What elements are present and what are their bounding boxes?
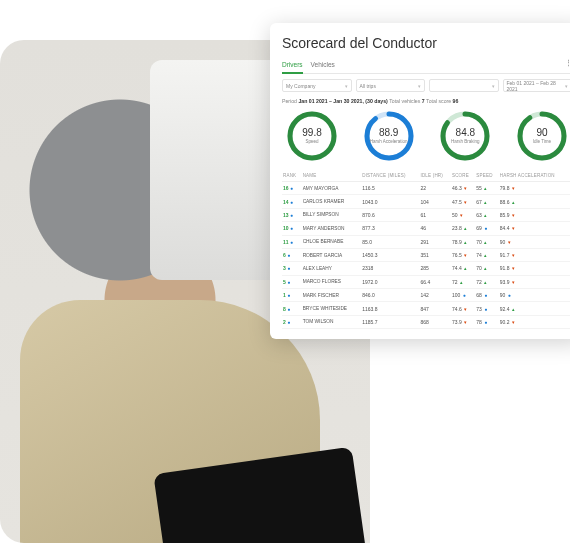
col-3[interactable]: IDLE (HR) [419,170,451,182]
table-row[interactable]: 5 ●MARCO FLORES1972.066.472 ▴72 ▴93.9 ▾ [282,275,570,288]
gauge-label: Idle Time [533,140,551,145]
idle-cell: 66.4 [419,275,451,288]
name-cell: TOM WILSON [302,315,362,328]
speed-cell: 69 ● [475,222,498,235]
trend-down-icon: ▾ [511,319,516,325]
empty-filter[interactable]: ▾ [429,79,499,92]
distance-cell: 1185.7 [361,315,419,328]
company-filter[interactable]: My Company▾ [282,79,352,92]
trend-down-icon: ▾ [459,212,464,218]
tab-drivers[interactable]: Drivers [282,59,303,74]
trend-down-icon: ▾ [511,279,516,285]
table-row[interactable]: 14 ●CARLOS KRAMER1043.010447.5 ▾67 ▴88.6… [282,195,570,208]
trend-up-icon: ▴ [483,185,488,191]
col-1[interactable]: NAME [302,170,362,182]
score-value: 96 [453,98,459,104]
trend-down-icon: ▾ [463,199,468,205]
ha-cell: 90.2 ▾ [499,315,570,328]
gauge-0: 99.8Speed [286,110,338,162]
idle-cell: 847 [419,302,451,315]
table-row[interactable]: 10 ●MARY ANDERSON877.34623.8 ▴69 ●84.4 ▾ [282,222,570,235]
chevron-down-icon: ▾ [565,83,568,89]
gauge-2: 84.8Harsh Braking [439,110,491,162]
gauge-value: 90 [536,128,547,138]
trend-down-icon: ▾ [463,319,468,325]
gauge-value: 84.8 [456,128,475,138]
distance-cell: 1163.8 [361,302,419,315]
speed-cell: 74 ▴ [475,248,498,261]
tabs-overflow-icon[interactable]: ⋮ [565,59,570,70]
speed-cell: 68 ● [475,289,498,302]
distance-cell: 1043.0 [361,195,419,208]
score-cell: 100 ● [451,289,475,302]
col-4[interactable]: SCORE [451,170,475,182]
trend-up-icon: ▴ [483,199,488,205]
table-row[interactable]: 6 ●ROBERT GARCIA1450.335176.5 ▾74 ▴91.7 … [282,248,570,261]
trend-up-icon: ▴ [483,252,488,258]
rank-cell: 6 [283,252,286,258]
gauge-label: Speed [305,140,318,145]
table-row[interactable]: 2 ●TOM WILSON1185.786873.9 ▾78 ●90.2 ▾ [282,315,570,328]
idle-cell: 351 [419,248,451,261]
trend-up-icon: ▴ [511,306,516,312]
rank-dot-icon: ● [287,292,290,298]
ha-cell: 90 ● [499,289,570,302]
trend-down-icon: ▾ [463,252,468,258]
score-cell: 76.5 ▾ [451,248,475,261]
name-cell: MARCO FLORES [302,275,362,288]
gauge-3: 90Idle Time [516,110,568,162]
trend-down-icon: ▾ [507,239,512,245]
name-cell: CARLOS KRAMER [302,195,362,208]
distance-cell: 877.3 [361,222,419,235]
trend-up-icon: ▴ [483,239,488,245]
distance-cell: 846.0 [361,289,419,302]
rank-dot-icon: ● [290,185,293,191]
score-cell: 74.6 ▾ [451,302,475,315]
speed-cell: 78 ● [475,315,498,328]
trips-filter[interactable]: All trips▾ [356,79,426,92]
name-cell: MARK FISCHER [302,289,362,302]
rank-dot-icon: ● [287,319,290,325]
ha-cell: 91.8 ▾ [499,262,570,275]
date-filter[interactable]: Feb 01 2021 – Feb 28 2021▾ [503,79,571,92]
name-cell: ROBERT GARCIA [302,248,362,261]
distance-cell: 85.0 [361,235,419,248]
table-row[interactable]: 13 ●BILLY SIMPSON870.66150 ▾63 ▴85.9 ▾ [282,208,570,221]
col-2[interactable]: DISTANCE (MILES) [361,170,419,182]
table-row[interactable]: 8 ●BRYCE WHITESIDE1163.884774.6 ▾73 ●92.… [282,302,570,315]
trend-flat-icon: ● [483,306,488,312]
idle-cell: 142 [419,289,451,302]
chevron-down-icon: ▾ [345,83,348,89]
score-cell: 23.8 ▴ [451,222,475,235]
trend-down-icon: ▾ [463,306,468,312]
table-row[interactable]: 16 ●AMY MAYORGA116.52246.3 ▾55 ▴79.8 ▾ [282,182,570,195]
col-5[interactable]: SPEED [475,170,498,182]
rank-cell: 13 [283,212,289,218]
gauge-1: 88.9Harsh Acceleration [363,110,415,162]
table-row[interactable]: 1 ●MARK FISCHER846.0142100 ●68 ●90 ● [282,289,570,302]
rank-dot-icon: ● [290,199,293,205]
ha-cell: 85.9 ▾ [499,208,570,221]
speed-cell: 72 ▴ [475,275,498,288]
gauge-value: 99.8 [302,128,321,138]
name-cell: BRYCE WHITESIDE [302,302,362,315]
trend-down-icon: ▾ [463,185,468,191]
ha-cell: 91.7 ▾ [499,248,570,261]
name-cell: ALEX LEAHY [302,262,362,275]
table-body: 16 ●AMY MAYORGA116.52246.3 ▾55 ▴79.8 ▾14… [282,182,570,329]
trend-up-icon: ▴ [463,265,468,271]
trend-flat-icon: ● [483,225,488,231]
gauge-label: Harsh Braking [451,140,480,145]
table-row[interactable]: 3 ●ALEX LEAHY231828574.4 ▴70 ▴91.8 ▾ [282,262,570,275]
chevron-down-icon: ▾ [418,83,421,89]
table-row[interactable]: 11 ●CHLOE BERNABE85.029178.9 ▴70 ▴90 ▾ [282,235,570,248]
tab-vehicles[interactable]: Vehicles [311,59,335,70]
col-6[interactable]: HARSH ACCELERATION [499,170,570,182]
col-0[interactable]: RANK [282,170,302,182]
scorecard-panel: Scorecard del Conductor Drivers Vehicles… [270,23,570,339]
rank-dot-icon: ● [287,252,290,258]
idle-cell: 868 [419,315,451,328]
name-cell: AMY MAYORGA [302,182,362,195]
trend-up-icon: ▴ [511,199,516,205]
rank-dot-icon: ● [287,279,290,285]
